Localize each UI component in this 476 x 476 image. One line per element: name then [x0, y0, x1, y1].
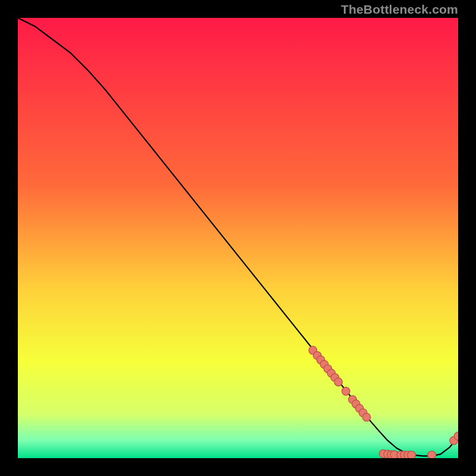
- watermark-text: TheBottleneck.com: [341, 2, 458, 17]
- data-point: [334, 378, 343, 386]
- data-point: [408, 451, 416, 458]
- plot-area: [18, 18, 458, 458]
- data-point: [362, 413, 371, 421]
- data-point: [342, 387, 350, 396]
- data-point: [428, 451, 436, 458]
- gradient-background: [18, 18, 458, 458]
- chart-svg: [18, 18, 458, 458]
- chart-frame: TheBottleneck.com: [0, 0, 476, 476]
